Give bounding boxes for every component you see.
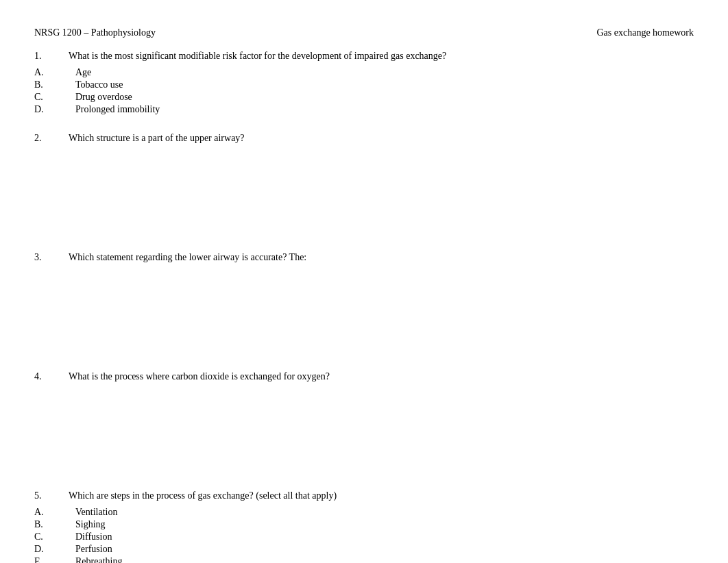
option-letter: B. <box>34 519 75 530</box>
question-5: 5. Which are steps in the process of gas… <box>34 490 694 563</box>
question-number-5: 5. <box>34 490 69 501</box>
question-text-4: What is the process where carbon dioxide… <box>69 371 694 382</box>
list-item: D. Perfusion <box>34 544 694 555</box>
option-text: Tobacco use <box>75 79 694 90</box>
question-text-2: Which structure is a part of the upper a… <box>69 133 694 144</box>
question-text-5: Which are steps in the process of gas ex… <box>69 490 694 501</box>
option-text: Prolonged immobility <box>75 104 694 115</box>
header-right: Gas exchange homework <box>596 27 694 38</box>
option-text: Ventilation <box>75 507 694 518</box>
option-letter: C. <box>34 92 75 103</box>
header-left: NRSG 1200 – Pathophysiology <box>34 27 156 38</box>
list-item: A. Age <box>34 67 694 78</box>
option-letter: A. <box>34 507 75 518</box>
option-letter: A. <box>34 67 75 78</box>
question-3: 3. Which statement regarding the lower a… <box>34 252 694 371</box>
option-text: Sighing <box>75 519 694 530</box>
option-text: Age <box>75 67 694 78</box>
list-item: B. Sighing <box>34 519 694 530</box>
list-item: A. Ventilation <box>34 507 694 518</box>
list-item: D. Prolonged immobility <box>34 104 694 115</box>
list-item: E. Rebreathing <box>34 556 694 563</box>
option-letter: B. <box>34 79 75 90</box>
option-text: Rebreathing <box>75 556 694 563</box>
option-letter: D. <box>34 104 75 115</box>
list-item: B. Tobacco use <box>34 79 694 90</box>
options-1: A. Age B. Tobacco use C. Drug overdose D… <box>34 67 694 115</box>
answer-space-3 <box>34 268 694 371</box>
question-4: 4. What is the process where carbon diox… <box>34 371 694 490</box>
option-text: Drug overdose <box>75 92 694 103</box>
option-letter: D. <box>34 544 75 555</box>
options-5: A. Ventilation B. Sighing C. Diffusion D… <box>34 507 694 563</box>
option-text: Diffusion <box>75 531 694 542</box>
question-text-3: Which statement regarding the lower airw… <box>69 252 694 263</box>
option-text: Perfusion <box>75 544 694 555</box>
question-number-3: 3. <box>34 252 69 263</box>
question-1: 1. What is the most significant modifiab… <box>34 51 694 115</box>
question-text-1: What is the most significant modifiable … <box>69 51 694 62</box>
answer-space-4 <box>34 388 694 490</box>
option-letter: C. <box>34 531 75 542</box>
option-letter: E. <box>34 556 75 563</box>
question-number-1: 1. <box>34 51 69 62</box>
list-item: C. Diffusion <box>34 531 694 542</box>
question-2: 2. Which structure is a part of the uppe… <box>34 133 694 252</box>
list-item: C. Drug overdose <box>34 92 694 103</box>
question-number-4: 4. <box>34 371 69 382</box>
answer-space-2 <box>34 149 694 252</box>
question-number-2: 2. <box>34 133 69 144</box>
